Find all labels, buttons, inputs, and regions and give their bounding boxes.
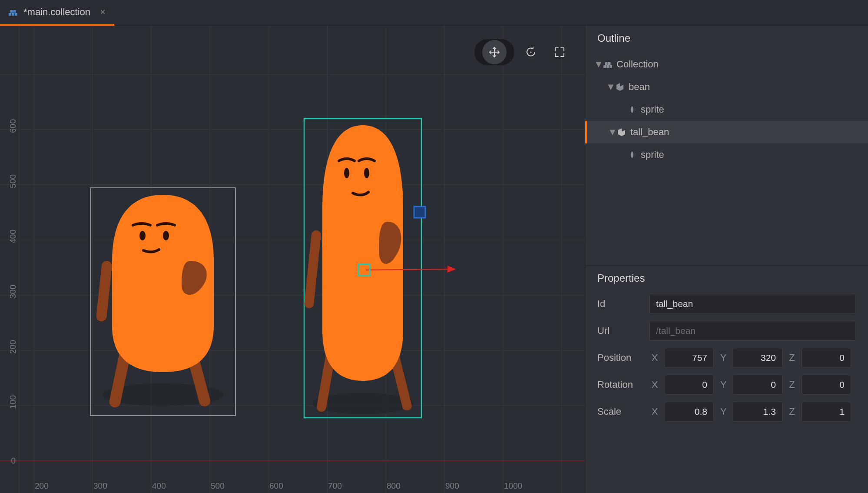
prop-scale-label: Scale bbox=[597, 406, 645, 417]
sprite-icon bbox=[628, 150, 636, 159]
tree-item-label: tall_bean bbox=[630, 127, 669, 138]
scale-z-input[interactable] bbox=[802, 402, 851, 422]
svg-rect-58 bbox=[603, 65, 606, 68]
manipulator-toolbar bbox=[474, 39, 572, 65]
tab-main-collection[interactable]: *main.collection × bbox=[0, 0, 114, 26]
svg-text:600: 600 bbox=[8, 119, 17, 133]
rotation-x-input[interactable] bbox=[664, 375, 714, 395]
tree-item-label: bean bbox=[629, 81, 650, 93]
svg-point-57 bbox=[530, 52, 532, 53]
tree-item-tall-bean[interactable]: ▼ tall_bean bbox=[585, 121, 868, 143]
sprite-icon bbox=[628, 105, 636, 114]
sprite-bean[interactable] bbox=[90, 188, 235, 416]
svg-text:400: 400 bbox=[8, 230, 17, 243]
axis-y-label: Y bbox=[718, 352, 729, 363]
close-icon[interactable]: × bbox=[100, 7, 106, 18]
svg-text:600: 600 bbox=[269, 481, 283, 490]
svg-point-46 bbox=[139, 231, 146, 240]
chevron-down-icon: ▼ bbox=[594, 59, 603, 70]
rotation-z-input[interactable] bbox=[802, 375, 851, 395]
svg-text:1000: 1000 bbox=[504, 481, 522, 490]
svg-rect-60 bbox=[610, 65, 612, 68]
tree-item-label: Collection bbox=[616, 59, 659, 70]
svg-text:800: 800 bbox=[387, 481, 401, 490]
ruler-x: 200 300 400 500 600 700 800 900 1000 bbox=[35, 481, 522, 490]
scene-viewport[interactable]: 0 100 200 300 400 500 600 200 300 400 50… bbox=[0, 26, 585, 493]
rotate-icon bbox=[525, 47, 537, 58]
svg-rect-45 bbox=[96, 260, 113, 322]
prop-url-input bbox=[649, 321, 856, 341]
outline-tree: ▼ Collection ▼ bean sprite ▼ bbox=[585, 50, 868, 169]
tool-scale-button[interactable] bbox=[547, 40, 572, 64]
sprite-tall-bean[interactable] bbox=[304, 119, 421, 418]
cube-icon bbox=[617, 128, 626, 137]
svg-point-47 bbox=[163, 231, 169, 240]
prop-id-label: Id bbox=[597, 298, 645, 310]
svg-text:200: 200 bbox=[35, 481, 49, 490]
svg-text:100: 100 bbox=[8, 395, 17, 409]
tree-item-label: sprite bbox=[641, 104, 664, 115]
svg-rect-62 bbox=[608, 62, 611, 65]
svg-text:900: 900 bbox=[445, 481, 459, 490]
svg-point-54 bbox=[364, 168, 369, 178]
tree-item-bean-sprite[interactable]: sprite bbox=[585, 98, 868, 121]
svg-rect-2 bbox=[15, 13, 17, 16]
position-z-input[interactable] bbox=[802, 348, 851, 368]
prop-id-input[interactable] bbox=[649, 294, 856, 314]
rotation-y-input[interactable] bbox=[733, 375, 782, 395]
chevron-down-icon: ▼ bbox=[608, 127, 617, 138]
svg-marker-56 bbox=[447, 266, 456, 273]
svg-text:400: 400 bbox=[152, 481, 166, 490]
position-y-input[interactable] bbox=[733, 348, 782, 368]
axis-x-label: X bbox=[649, 352, 660, 363]
properties-title: Properties bbox=[585, 266, 868, 290]
tree-item-tall-bean-sprite[interactable]: sprite bbox=[585, 143, 868, 166]
svg-text:300: 300 bbox=[8, 285, 17, 299]
svg-text:0: 0 bbox=[11, 456, 16, 465]
grid bbox=[0, 26, 585, 493]
tree-item-collection[interactable]: ▼ Collection bbox=[585, 53, 868, 76]
collection-icon bbox=[9, 9, 17, 16]
tree-item-label: sprite bbox=[641, 149, 664, 160]
svg-text:300: 300 bbox=[93, 481, 107, 490]
prop-position-label: Position bbox=[597, 352, 645, 363]
scale-y-input[interactable] bbox=[733, 402, 782, 422]
svg-rect-61 bbox=[605, 62, 608, 65]
scale-icon bbox=[554, 47, 565, 58]
svg-text:200: 200 bbox=[8, 340, 17, 354]
tool-rotate-button[interactable] bbox=[519, 40, 543, 64]
ruler-y: 0 100 200 300 400 500 600 bbox=[8, 119, 17, 465]
svg-rect-4 bbox=[13, 10, 16, 13]
svg-rect-3 bbox=[10, 10, 13, 13]
outline-panel: Outline ▼ Collection ▼ bean sprite bbox=[585, 26, 868, 266]
svg-text:700: 700 bbox=[328, 481, 342, 490]
tool-move-button[interactable] bbox=[482, 40, 507, 64]
svg-point-53 bbox=[344, 168, 349, 178]
collection-icon bbox=[603, 60, 612, 69]
tab-title: *main.collection bbox=[23, 7, 90, 18]
prop-rotation-label: Rotation bbox=[597, 379, 645, 390]
chevron-down-icon: ▼ bbox=[606, 81, 616, 93]
scale-x-input[interactable] bbox=[664, 402, 714, 422]
svg-rect-1 bbox=[12, 13, 14, 16]
svg-text:500: 500 bbox=[8, 174, 17, 188]
prop-url-label: Url bbox=[597, 325, 645, 336]
svg-rect-0 bbox=[9, 13, 11, 16]
gizmo-xy-handle[interactable] bbox=[414, 207, 425, 218]
svg-rect-59 bbox=[606, 65, 609, 68]
tree-item-bean[interactable]: ▼ bean bbox=[585, 76, 868, 98]
cube-icon bbox=[616, 83, 624, 91]
tab-bar: *main.collection × bbox=[0, 0, 868, 26]
position-x-input[interactable] bbox=[664, 348, 714, 368]
side-panels: Outline ▼ Collection ▼ bean sprite bbox=[585, 26, 868, 493]
properties-panel: Properties Id Url Position X Y Z Rotatio… bbox=[585, 266, 868, 493]
axis-z-label: Z bbox=[787, 352, 797, 363]
move-icon bbox=[489, 47, 500, 58]
svg-text:500: 500 bbox=[211, 481, 225, 490]
svg-rect-52 bbox=[304, 230, 321, 309]
outline-title: Outline bbox=[585, 26, 868, 50]
